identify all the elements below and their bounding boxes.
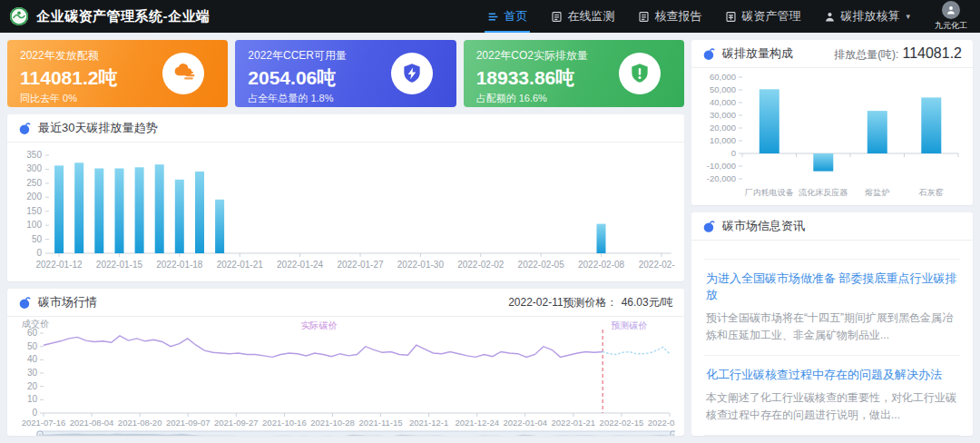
shield-bolt-icon [391, 53, 433, 94]
svg-text:150: 150 [26, 206, 42, 216]
nav-emission-accounting[interactable]: 碳排放核算 ▾ [812, 0, 922, 33]
coins-icon [162, 53, 204, 94]
svg-text:2022-03-03: 2022-03-03 [648, 418, 675, 428]
svg-text:50: 50 [32, 234, 43, 244]
svg-text:2022-01-04: 2022-01-04 [503, 418, 547, 428]
right-column: 碳排放量构成 排放总量(吨): 114081.2 60,00050,00040,… [691, 40, 973, 436]
composition-panel-header: 碳排放量构成 排放总量(吨): 114081.2 [691, 40, 973, 68]
svg-text:2022-01-24: 2022-01-24 [277, 260, 324, 270]
news-summary: 预计全国碳市场将在“十四五”期间扩展到黑色金属冶炼和压延加工业、非金属矿物制品业… [706, 310, 958, 343]
svg-text:200: 200 [26, 192, 42, 202]
svg-text:30: 30 [27, 368, 38, 378]
svg-text:2022-01-30: 2022-01-30 [397, 260, 445, 270]
svg-text:60,000: 60,000 [710, 72, 736, 82]
svg-text:2022-02-15: 2022-02-15 [600, 418, 644, 428]
svg-text:2022-02-11: 2022-02-11 [639, 260, 675, 270]
emblem-icon [9, 6, 29, 26]
svg-text:40: 40 [27, 354, 38, 364]
svg-text:0: 0 [36, 248, 42, 258]
svg-text:2021-10-28: 2021-10-28 [310, 418, 355, 428]
news-title[interactable]: 为进入全国碳市场做准备 部委摸底重点行业碳排放 [706, 271, 958, 303]
panel-title: 碳排放量构成 [722, 45, 793, 62]
user-icon [824, 11, 836, 23]
svg-text:-20,000: -20,000 [707, 173, 736, 183]
kpi-card-ccer: 2022年CCER可用量 2054.06吨 占全年总量的 1.8% [235, 40, 456, 107]
left-column: 2022年发放配额 114081.2吨 同比去年 0% 2022年CCER可用量… [7, 40, 684, 436]
news-item[interactable]: 为进入全国碳市场做准备 部委摸底重点行业碳排放 预计全国碳市场将在“十四五”期间… [704, 259, 960, 355]
svg-text:2021-07-16: 2021-07-16 [22, 418, 66, 428]
carbon-icon [702, 220, 716, 233]
svg-text:0: 0 [731, 148, 736, 158]
svg-text:300: 300 [26, 163, 42, 173]
composition-chart: 60,00050,00040,00030,00020,00010,0000-10… [691, 68, 973, 205]
nav-home[interactable]: 首页 [475, 0, 539, 33]
app-title: 企业碳资产管理系统-企业端 [36, 8, 211, 25]
market-panel-header: 碳市场行情 2022-02-11预测价格： 46.03元/吨 [7, 289, 684, 317]
kpi-card-quota: 2022年发放配额 114081.2吨 同比去年 0% [7, 40, 228, 107]
news-item[interactable]: 农村将成为新能源发展新阵地 在碳中和约束下，我国农村能源消费将在2025年左右实… [704, 435, 960, 436]
svg-text:40,000: 40,000 [710, 97, 736, 107]
shield-alert-icon [619, 53, 661, 94]
svg-text:2022-01-15: 2022-01-15 [96, 260, 143, 270]
carbon-icon [18, 296, 32, 310]
panel-title: 最近30天碳排放量趋势 [38, 120, 157, 136]
market-chart[interactable]: 成交价01020304050602021-07-162021-08-042021… [7, 317, 684, 436]
market-panel: 碳市场行情 2022-02-11预测价格： 46.03元/吨 成交价010203… [7, 289, 684, 436]
svg-text:2022-02-08: 2022-02-08 [578, 260, 625, 270]
news-panel-header: 碳市场信息资讯 [691, 212, 973, 241]
svg-text:石灰窑: 石灰窑 [918, 188, 944, 197]
svg-text:60: 60 [27, 328, 38, 338]
svg-text:2022-01-18: 2022-01-18 [156, 260, 203, 270]
svg-text:2022-01-21: 2022-01-21 [552, 418, 596, 428]
svg-text:350: 350 [26, 150, 42, 160]
chevron-down-icon: ▾ [906, 12, 910, 21]
trend-panel-header: 最近30天碳排放量趋势 [7, 114, 684, 143]
svg-text:100: 100 [26, 220, 42, 230]
svg-text:2022-01-12: 2022-01-12 [35, 260, 83, 270]
user-menu[interactable]: 九元化工 [935, 1, 967, 32]
svg-text:流化床反应器: 流化床反应器 [798, 188, 848, 197]
news-panel: 碳市场信息资讯 为进入全国碳市场做准备 部委摸底重点行业碳排放 预计全国碳市场将… [691, 212, 973, 436]
svg-text:30,000: 30,000 [710, 110, 736, 120]
nav-monitoring[interactable]: 在线监测 [539, 0, 626, 33]
svg-text:50: 50 [27, 341, 38, 351]
svg-text:50,000: 50,000 [710, 84, 736, 94]
kpi-card-emission: 2022年CO2实际排放量 18933.86吨 占配额的 16.6% [464, 40, 684, 107]
svg-text:2022-02-05: 2022-02-05 [518, 260, 565, 270]
page-content: 2022年发放配额 114081.2吨 同比去年 0% 2022年CCER可用量… [0, 33, 980, 443]
news-list: 为进入全国碳市场做准备 部委摸底重点行业碳排放 预计全国碳市场将在“十四五”期间… [691, 241, 973, 436]
trend-chart: 0501001502002503003502022-01-122022-01-1… [7, 143, 684, 281]
svg-text:2021-10-16: 2021-10-16 [262, 418, 307, 428]
svg-text:熔盐炉: 熔盐炉 [864, 188, 889, 197]
home-icon [487, 11, 499, 23]
svg-text:2021-12-1: 2021-12-1 [409, 418, 448, 428]
svg-text:20: 20 [27, 381, 38, 391]
svg-text:2021-09-27: 2021-09-27 [214, 418, 259, 428]
user-name: 九元化工 [935, 20, 967, 32]
svg-text:2022-01-27: 2022-01-27 [337, 260, 384, 270]
svg-text:2021-12-24: 2021-12-24 [455, 418, 499, 428]
forecast-price: 2022-02-11预测价格： 46.03元/吨 [508, 295, 673, 310]
avatar [942, 1, 960, 19]
news-title[interactable]: 化工行业碳核查过程中存在的问题及解决办法 [706, 367, 958, 383]
svg-text:2021-08-04: 2021-08-04 [70, 418, 114, 428]
kpi-row: 2022年发放配额 114081.2吨 同比去年 0% 2022年CCER可用量… [7, 40, 684, 107]
nav-audit-report[interactable]: 核查报告 [626, 0, 713, 33]
svg-text:2021-09-07: 2021-09-07 [166, 418, 211, 428]
svg-text:20,000: 20,000 [710, 123, 736, 133]
nav-asset-management[interactable]: 碳资产管理 [713, 0, 812, 33]
svg-text:-10,000: -10,000 [707, 161, 736, 171]
svg-text:0: 0 [32, 408, 37, 418]
main-nav: 首页 在线监测 核查报告 碳资产管理 碳排放核算 ▾ 九元化工 [475, 0, 967, 33]
composition-panel: 碳排放量构成 排放总量(吨): 114081.2 60,00050,00040,… [691, 40, 973, 205]
svg-text:实际碳价: 实际碳价 [301, 320, 338, 330]
trend-panel: 最近30天碳排放量趋势 0501001502002503003502022-01… [7, 114, 684, 281]
report-icon [638, 11, 650, 23]
svg-text:10: 10 [27, 394, 38, 404]
news-item[interactable]: 化工行业碳核查过程中存在的问题及解决办法 本文阐述了化工行业碳核查的重要性，对化… [704, 355, 960, 435]
svg-text:2022-02-02: 2022-02-02 [457, 260, 505, 270]
monitor-icon [551, 11, 563, 23]
svg-text:2021-08-20: 2021-08-20 [118, 418, 162, 428]
carbon-icon [18, 122, 32, 135]
svg-text:预测碳价: 预测碳价 [611, 320, 647, 330]
